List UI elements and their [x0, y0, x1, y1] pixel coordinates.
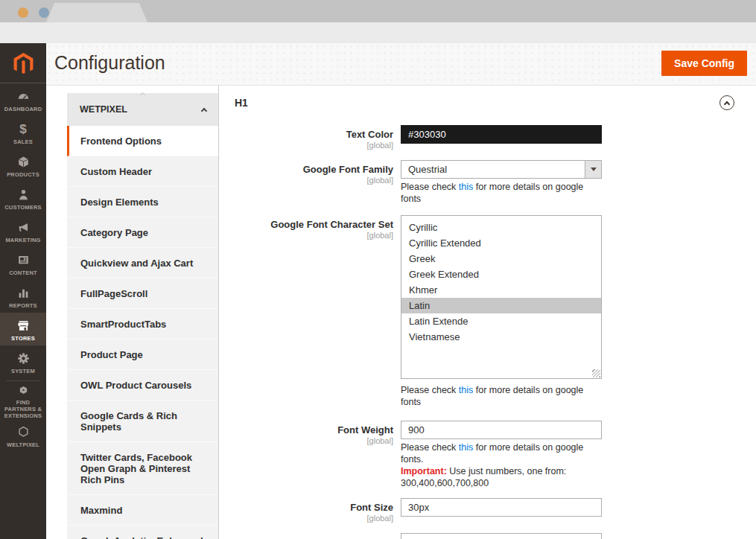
nav-item-label: Category Page: [80, 227, 148, 238]
nav-section-wetpixel[interactable]: WETPIXEL: [67, 93, 218, 126]
listbox-option[interactable]: Vietnamese: [401, 329, 601, 345]
listbox-option[interactable]: Greek Extended: [401, 267, 601, 282]
font-weight-input[interactable]: [401, 421, 602, 439]
sidebar-item-stores[interactable]: STORES: [0, 313, 46, 345]
collapse-section-button[interactable]: [720, 95, 734, 110]
config-section-nav: WETPIXEL Frontend Options Custom Header …: [67, 86, 218, 539]
field-scope: [global]: [235, 231, 393, 240]
option-label: Latin: [409, 300, 430, 311]
nav-scroll-up[interactable]: [67, 86, 218, 93]
marketing-icon: [16, 220, 31, 235]
font-style-input[interactable]: [401, 533, 602, 539]
dashboard-icon: [16, 89, 31, 103]
resize-handle-icon[interactable]: [592, 369, 600, 377]
nav-item-label: Maxmind: [80, 505, 122, 516]
field-row-charset: Google Font Character Set [global] Cyril…: [235, 215, 745, 408]
browser-toolbar: [0, 22, 756, 43]
field-scope: [global]: [235, 141, 393, 150]
admin-sidebar: DASHBOARD $ SALES PRODUCTS CUSTOMERS MAR…: [0, 83, 46, 539]
page-header: Configuration Save Config: [46, 43, 756, 86]
nav-item[interactable]: Custom Header: [67, 156, 218, 187]
nav-item-label: GoogleAnalyticsEnhancedEcommerce: [80, 535, 203, 539]
page-title: Configuration: [54, 52, 165, 74]
nav-item[interactable]: Category Page: [67, 217, 218, 248]
option-label: Greek: [409, 253, 435, 264]
field-row-font-size: Font Size [global]: [235, 498, 745, 523]
system-gear-icon: [16, 351, 31, 366]
field-note: Please check this for more details on go…: [401, 384, 602, 408]
sidebar-item-sales[interactable]: $ SALES: [0, 116, 46, 149]
this-link[interactable]: this: [459, 385, 473, 395]
sidebar-item-find-partners[interactable]: FIND PARTNERS & EXTENSIONS: [0, 383, 46, 419]
nav-item-label: SmartProductTabs: [80, 319, 166, 330]
section-title: H1: [235, 97, 248, 109]
option-label: Cyrillic Extended: [409, 237, 481, 249]
sidebar-item-reports[interactable]: REPORTS: [0, 280, 46, 313]
window-control-icon[interactable]: [18, 7, 28, 18]
listbox-option[interactable]: Cyrillic Extended: [401, 235, 601, 251]
field-label: Google Font Family: [235, 164, 393, 175]
charset-listbox[interactable]: Cyrillic Cyrillic Extended Greek Greek E…: [401, 215, 602, 379]
font-size-input[interactable]: [401, 498, 602, 517]
nav-item[interactable]: Product Page: [67, 339, 218, 370]
sidebar-item-system[interactable]: SYSTEM: [0, 345, 46, 378]
nav-item[interactable]: Google Cards & Rich Snippets: [67, 401, 218, 442]
sidebar-item-marketing[interactable]: MARKETING: [0, 214, 46, 247]
field-row-text-color: Text Color [global]: [235, 125, 745, 150]
listbox-option[interactable]: Latin Extende: [401, 313, 601, 329]
field-label: Font Size: [235, 502, 393, 513]
text-color-input[interactable]: [401, 125, 602, 144]
nav-item-label: FullPageScroll: [80, 288, 147, 299]
nav-item-label: Product Page: [80, 349, 143, 360]
font-family-select[interactable]: Questrial: [401, 160, 602, 179]
window-control-icon[interactable]: [39, 7, 49, 18]
sidebar-item-dashboard[interactable]: DASHBOARD: [0, 83, 46, 116]
field-label: Font Weight: [235, 424, 393, 436]
chevron-up-icon: [724, 101, 730, 106]
nav-item-label: Google Cards & Rich Snippets: [80, 410, 177, 433]
field-scope: [global]: [235, 176, 393, 185]
this-link[interactable]: this: [459, 182, 473, 192]
sidebar-item-products[interactable]: PRODUCTS: [0, 149, 46, 182]
config-form: H1 Text Color [global] Google Font Famil…: [218, 86, 756, 539]
option-label: Vietnamese: [409, 331, 460, 342]
nav-item[interactable]: OWL Product Carousels: [67, 370, 218, 401]
magento-logo[interactable]: [0, 43, 46, 83]
chevron-up-icon: [201, 108, 207, 114]
field-scope: [global]: [235, 436, 393, 445]
field-row-font-style: Font Style [global]: [235, 533, 745, 539]
option-label: Khmer: [409, 284, 437, 296]
nav-item[interactable]: FullPageScroll: [67, 278, 218, 309]
nav-item[interactable]: Twitter Cards, Facebook Open Graph & Pin…: [67, 442, 218, 495]
nav-item-label: Twitter Cards, Facebook Open Graph & Pin…: [80, 452, 192, 485]
nav-section-label: WETPIXEL: [80, 104, 127, 115]
browser-tab[interactable]: [46, 3, 147, 22]
option-label: Greek Extended: [409, 269, 479, 280]
nav-item[interactable]: Quickview and Ajax Cart: [67, 248, 218, 278]
nav-item[interactable]: Frontend Options: [67, 126, 218, 156]
option-label: Latin Extende: [409, 316, 468, 327]
sidebar-item-customers[interactable]: CUSTOMERS: [0, 182, 46, 214]
field-label: Text Color: [235, 129, 393, 140]
sidebar-divider: [7, 380, 39, 381]
nav-item[interactable]: Maxmind: [67, 495, 218, 526]
listbox-option[interactable]: Latin: [401, 298, 601, 313]
listbox-option[interactable]: Khmer: [401, 282, 601, 298]
customers-icon: [16, 188, 31, 202]
field-label: Google Font Character Set: [235, 219, 393, 230]
listbox-option[interactable]: Greek: [401, 251, 601, 267]
sidebar-item-weltpixel[interactable]: WELTPIXEL: [0, 419, 46, 452]
listbox-option[interactable]: Cyrillic: [401, 220, 601, 235]
content-icon: [16, 253, 31, 267]
dropdown-arrow-button[interactable]: [585, 161, 601, 178]
nav-item[interactable]: SmartProductTabs: [67, 309, 218, 339]
magento-admin-window: Configuration Save Config DASHBOARD $ SA…: [0, 0, 756, 539]
nav-item-list: Frontend Options Custom Header Design El…: [67, 126, 218, 539]
this-link[interactable]: this: [459, 442, 473, 453]
sidebar-item-content[interactable]: CONTENT: [0, 247, 46, 280]
save-config-button[interactable]: Save Config: [661, 51, 747, 76]
nav-item[interactable]: GoogleAnalyticsEnhancedEcommerce: [67, 526, 218, 539]
nav-item[interactable]: Design Elements: [67, 187, 218, 217]
weltpixel-hexagon-icon: [16, 425, 31, 439]
field-note: Please check this for more details on go…: [401, 441, 602, 465]
